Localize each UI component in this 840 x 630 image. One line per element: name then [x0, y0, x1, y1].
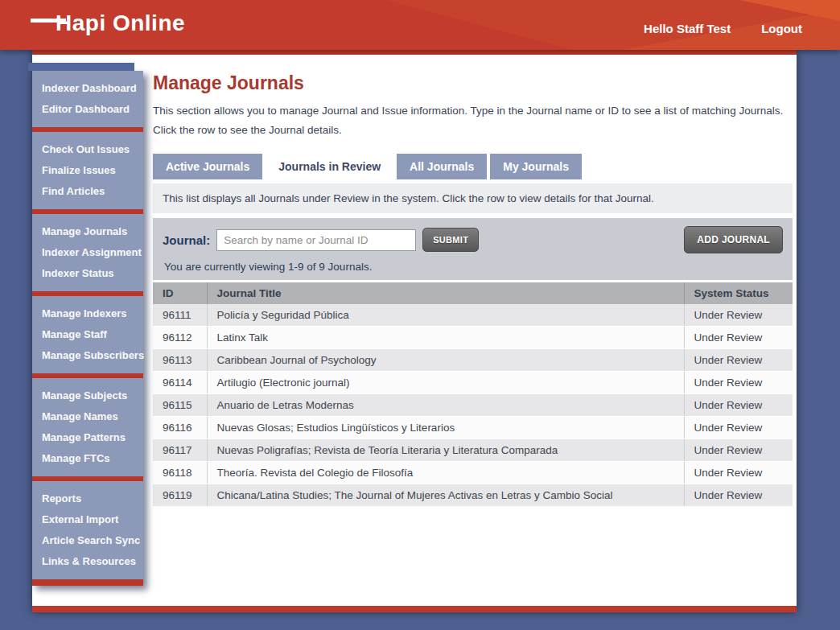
main-content: Manage Journals This section allows you …: [153, 55, 793, 507]
sidebar-item-manage-staff[interactable]: Manage Staff: [32, 324, 143, 345]
journal-row-96118[interactable]: 96118Theoría. Revista del Colegio de Fil…: [153, 462, 793, 484]
journal-row-96112[interactable]: 96112Latinx TalkUnder Review: [153, 327, 793, 349]
tab-my-journals[interactable]: My Journals: [490, 154, 582, 179]
sidebar-item-external-import[interactable]: External Import: [32, 509, 143, 530]
journal-title-cell: Chicana/Latina Studies; The Journal of M…: [207, 484, 684, 507]
system-status-cell: Under Review: [684, 417, 793, 439]
sidebar-item-manage-subscribers[interactable]: Manage Subscribers: [32, 345, 143, 366]
sidebar-body: Indexer DashboardEditor DashboardCheck O…: [32, 71, 143, 579]
logo-text: Hapi Online: [56, 10, 185, 36]
journal-search-area: Journal: SUBMIT ADD JOURNAL You are curr…: [153, 218, 793, 280]
journal-search-label: Journal:: [163, 233, 210, 247]
system-status-cell: Under Review: [684, 327, 793, 349]
tab-all-journals[interactable]: All Journals: [397, 154, 487, 179]
sidebar-item-indexer-status[interactable]: Indexer Status: [32, 263, 143, 284]
sidebar-group: Manage IndexersManage StaffManage Subscr…: [32, 291, 143, 373]
journal-id-cell: 96118: [153, 462, 207, 484]
system-status-cell: Under Review: [684, 484, 793, 507]
journal-id-cell: 96111: [153, 304, 207, 327]
sidebar-group: Manage SubjectsManage NamesManage Patter…: [32, 373, 143, 476]
journal-row-96111[interactable]: 96111Policía y Seguridad PúblicaUnder Re…: [153, 304, 793, 327]
viewing-count-text: You are currently viewing 1-9 of 9 Journ…: [163, 261, 783, 273]
user-greeting: Hello Staff Test: [644, 22, 731, 35]
sidebar-item-check-out-issues[interactable]: Check Out Issues: [32, 139, 143, 160]
add-journal-button[interactable]: ADD JOURNAL: [684, 226, 783, 253]
sidebar-item-article-search-sync[interactable]: Article Search Sync: [32, 530, 143, 551]
logout-link[interactable]: Logout: [761, 22, 802, 35]
column-header-journal-title: Journal Title: [207, 282, 684, 304]
system-status-cell: Under Review: [684, 304, 793, 327]
tab-active-journals[interactable]: Active Journals: [153, 154, 262, 179]
sidebar-item-manage-subjects[interactable]: Manage Subjects: [32, 385, 143, 406]
sidebar-bottom-accent-bar: [32, 579, 143, 586]
journal-row-96113[interactable]: 96113Caribbean Journal of PsychologyUnde…: [153, 349, 793, 372]
journal-row-96114[interactable]: 96114Artilugio (Electronic journal)Under…: [153, 372, 793, 394]
page-title: Manage Journals: [153, 72, 793, 94]
sidebar-group: Check Out IssuesFinalize IssuesFind Arti…: [32, 127, 143, 209]
sidebar-group: ReportsExternal ImportArticle Search Syn…: [32, 476, 143, 579]
journal-id-cell: 96114: [153, 372, 207, 394]
column-header-system-status: System Status: [684, 282, 793, 304]
app-logo[interactable]: Hapi Online: [31, 10, 185, 36]
journal-id-cell: 96112: [153, 327, 207, 349]
column-header-id: ID: [153, 282, 207, 304]
journal-title-cell: Latinx Talk: [207, 327, 684, 349]
tab-journals-in-review[interactable]: Journals in Review: [266, 152, 393, 183]
journals-table: IDJournal TitleSystem Status 96111Policí…: [153, 282, 793, 507]
sidebar-group: Indexer DashboardEditor Dashboard: [32, 71, 143, 127]
journal-id-cell: 96119: [153, 484, 207, 507]
sidebar-item-finalize-issues[interactable]: Finalize Issues: [32, 160, 143, 181]
sidebar-item-indexer-assignment[interactable]: Indexer Assignment: [32, 242, 143, 263]
journal-id-cell: 96117: [153, 439, 207, 462]
sidebar-item-editor-dashboard[interactable]: Editor Dashboard: [32, 99, 143, 120]
submit-button[interactable]: SUBMIT: [422, 228, 479, 252]
system-status-cell: Under Review: [684, 349, 793, 372]
journal-tabs: Active JournalsJournals in ReviewAll Jou…: [153, 152, 793, 179]
sidebar-item-manage-names[interactable]: Manage Names: [32, 406, 143, 427]
table-header-row: IDJournal TitleSystem Status: [153, 282, 793, 304]
journal-title-cell: Anuario de Letras Modernas: [207, 394, 684, 417]
sidebar-item-manage-indexers[interactable]: Manage Indexers: [32, 303, 143, 324]
sidebar-top-accent-bar: [28, 63, 134, 71]
sidebar-group: Manage JournalsIndexer AssignmentIndexer…: [32, 209, 143, 291]
journal-row-96117[interactable]: 96117Nuevas Poligrafías; Revista de Teor…: [153, 439, 793, 462]
sidebar-nav: Indexer DashboardEditor DashboardCheck O…: [32, 71, 143, 586]
system-status-cell: Under Review: [684, 462, 793, 484]
app-header: Hapi Online Hello Staff Test Logout: [0, 0, 840, 50]
search-row: Journal: SUBMIT ADD JOURNAL: [163, 226, 783, 253]
journal-row-96115[interactable]: 96115Anuario de Letras ModernasUnder Rev…: [153, 394, 793, 417]
sidebar-item-links-resources[interactable]: Links & Resources: [32, 551, 143, 572]
system-status-cell: Under Review: [684, 372, 793, 394]
journal-title-cell: Policía y Seguridad Pública: [207, 304, 684, 327]
journal-row-96119[interactable]: 96119Chicana/Latina Studies; The Journal…: [153, 484, 793, 507]
logo-dash-icon: [31, 19, 66, 23]
journal-title-cell: Artilugio (Electronic journal): [207, 372, 684, 394]
journal-title-cell: Nuevas Poligrafías; Revista de Teoría Li…: [207, 439, 684, 462]
system-status-cell: Under Review: [684, 394, 793, 417]
journal-id-cell: 96115: [153, 394, 207, 417]
page-description: This section allows you to manage Journa…: [153, 101, 793, 139]
header-right: Hello Staff Test Logout: [644, 0, 802, 50]
journal-row-96116[interactable]: 96116Nuevas Glosas; Estudios Lingüístico…: [153, 417, 793, 439]
journal-id-cell: 96116: [153, 417, 207, 439]
journal-search-input[interactable]: [216, 229, 416, 251]
sidebar-item-indexer-dashboard[interactable]: Indexer Dashboard: [32, 78, 143, 99]
journal-title-cell: Theoría. Revista del Colegio de Filosofí…: [207, 462, 684, 484]
sidebar-item-manage-ftcs[interactable]: Manage FTCs: [32, 448, 143, 469]
system-status-cell: Under Review: [684, 439, 793, 462]
journal-title-cell: Nuevas Glosas; Estudios Lingüísticos y L…: [207, 417, 684, 439]
sidebar-item-manage-journals[interactable]: Manage Journals: [32, 221, 143, 242]
sidebar-item-find-articles[interactable]: Find Articles: [32, 181, 143, 202]
tab-info-text: This list displays all Journals under Re…: [153, 183, 793, 213]
sidebar-item-reports[interactable]: Reports: [32, 488, 143, 509]
journal-id-cell: 96113: [153, 349, 207, 372]
sidebar-item-manage-patterns[interactable]: Manage Patterns: [32, 427, 143, 448]
journal-title-cell: Caribbean Journal of Psychology: [207, 349, 684, 372]
